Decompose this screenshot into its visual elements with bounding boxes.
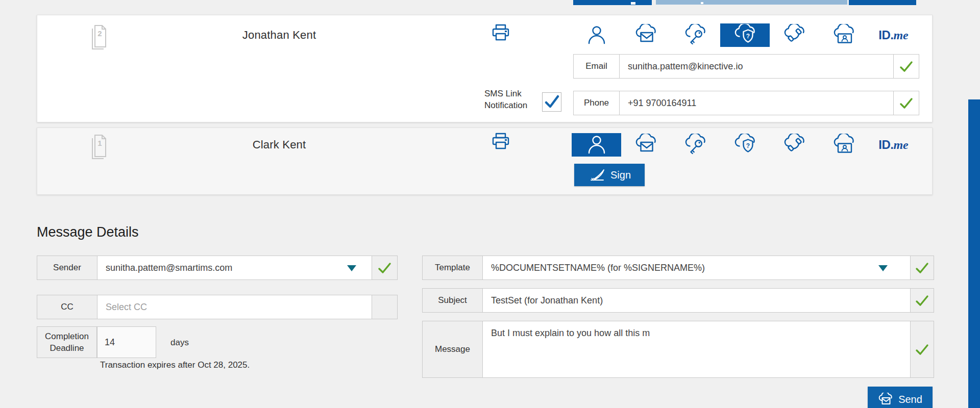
icon-fragment (701, 2, 703, 4)
recipient-card-clark-kent: 1 Clark Kent (37, 128, 933, 195)
sender-valid-indicator (372, 256, 397, 279)
subject-valid-indicator (910, 289, 934, 312)
email-field-value[interactable]: sunitha.pattem@kinective.io (620, 55, 893, 78)
print-icon[interactable] (488, 22, 513, 47)
subject-input[interactable]: TestSet (for Jonathan Kent) (483, 289, 910, 312)
signature-quill-icon (588, 168, 605, 182)
subject-label: Subject (423, 289, 483, 312)
sign-button[interactable]: Sign (574, 164, 645, 186)
dropdown-arrow-icon[interactable] (878, 265, 888, 271)
message-row: Message But I must explain to you how al… (422, 321, 934, 378)
delivery-channel-row: ? (572, 133, 918, 157)
in-person-icon[interactable] (572, 133, 621, 157)
template-valid-indicator (910, 256, 934, 279)
cloud-access-key-icon[interactable] (671, 23, 720, 47)
svg-text:?: ? (746, 142, 749, 149)
right-scrollbar-bar[interactable] (968, 99, 980, 408)
completion-deadline-label: Completion Deadline (37, 326, 97, 358)
subject-row: Subject TestSet (for Jonathan Kent) (422, 288, 934, 313)
phone-field-row: Phone +91 9700164911 (573, 91, 919, 115)
cloud-id-card-icon[interactable] (819, 23, 869, 47)
print-icon[interactable] (488, 131, 513, 156)
recipient-name: Clark Kent (152, 138, 407, 151)
template-dropdown[interactable]: %DOCUMENTSETNAME% (for %SIGNERNAME%) (483, 256, 910, 279)
document-count-icon: 1 (88, 133, 110, 161)
send-button-label: Send (898, 394, 922, 405)
cloud-security-question-icon[interactable]: ? (720, 23, 770, 47)
cc-input[interactable] (106, 302, 363, 313)
cc-label: CC (37, 295, 97, 319)
expiry-note: Transaction expires after Oct 28, 2025. (100, 360, 250, 370)
idme-verification-logo[interactable]: ID.me (869, 23, 918, 47)
in-person-icon[interactable] (572, 23, 621, 47)
sms-link-notification-label: SMS Link Notification (484, 88, 541, 111)
recipient-name: Jonathan Kent (152, 29, 407, 42)
sign-button-label: Sign (610, 169, 631, 181)
cloud-access-key-icon[interactable] (671, 133, 720, 157)
delivery-channel-row: ? (572, 23, 918, 47)
message-textarea[interactable]: But I must explain to you how all this m (483, 321, 910, 377)
cloud-email-icon[interactable] (621, 133, 671, 157)
completion-deadline-input[interactable]: 14 (97, 326, 156, 358)
top-toolbar-button-2[interactable] (656, 0, 847, 5)
message-details-heading: Message Details (37, 224, 139, 240)
sender-label: Sender (37, 256, 97, 279)
phone-field-value[interactable]: +91 9700164911 (620, 91, 893, 115)
idme-verification-logo[interactable]: ID.me (869, 133, 918, 157)
top-toolbar-button-1[interactable] (573, 0, 652, 5)
sms-link-notification-checkbox[interactable] (542, 92, 561, 112)
dropdown-arrow-icon[interactable] (347, 265, 356, 271)
phone-field-label: Phone (574, 91, 620, 115)
top-toolbar-button-3[interactable] (849, 0, 916, 5)
template-label: Template (423, 256, 483, 279)
recipient-card-jonathan-kent: 2 Jonathan Kent (37, 15, 933, 122)
email-field-label: Email (574, 55, 620, 78)
cc-row: CC (37, 295, 398, 319)
svg-text:2: 2 (97, 29, 102, 38)
icon-fragment (631, 2, 635, 5)
phone-valid-indicator (893, 91, 919, 115)
send-transaction-screen: 2 Jonathan Kent (0, 0, 980, 408)
message-label: Message (423, 321, 483, 377)
document-count-icon: 2 (88, 23, 110, 51)
cc-input-wrap (97, 295, 372, 319)
cloud-id-card-icon[interactable] (819, 133, 869, 157)
cloud-send-icon (878, 393, 893, 406)
template-row: Template %DOCUMENTSETNAME% (for %SIGNERN… (422, 256, 934, 280)
message-valid-indicator (910, 321, 934, 377)
sender-dropdown[interactable]: sunitha.pattem@smartims.com (97, 256, 372, 279)
email-valid-indicator (893, 55, 919, 78)
svg-text:?: ? (746, 33, 749, 40)
cloud-phone-call-icon[interactable] (770, 23, 819, 47)
svg-text:1: 1 (97, 139, 102, 147)
cc-status-cell (372, 295, 397, 319)
send-button[interactable]: Send (868, 387, 933, 408)
sender-row: Sender sunitha.pattem@smartims.com (37, 256, 398, 280)
cloud-email-icon[interactable] (621, 23, 671, 47)
email-field-row: Email sunitha.pattem@kinective.io (573, 54, 919, 79)
cloud-phone-call-icon[interactable] (770, 133, 819, 157)
deadline-unit-label: days (170, 338, 189, 348)
cloud-security-question-icon[interactable]: ? (720, 133, 770, 157)
